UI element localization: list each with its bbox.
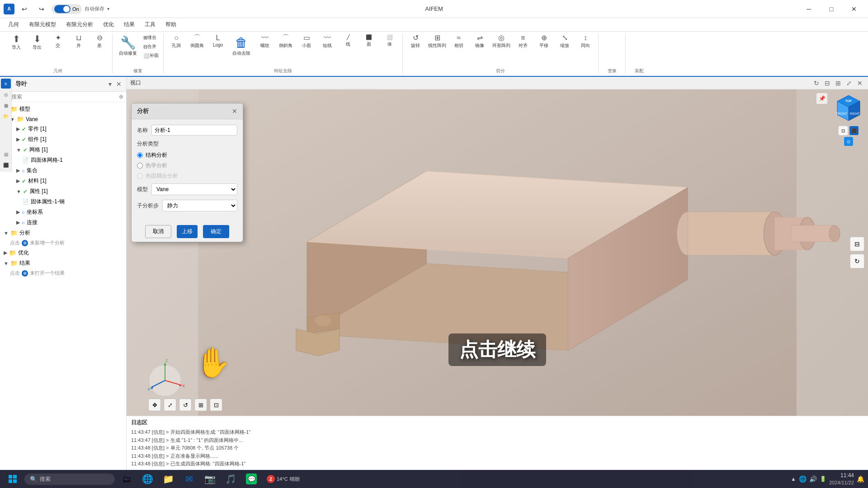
substep-select[interactable]: 静力 动力 模态 <box>162 200 237 211</box>
add-analysis-btn[interactable]: ⊕ <box>22 240 28 246</box>
auto-remove-button[interactable]: 🗑 自动去除 <box>229 33 254 58</box>
linear-array-button[interactable]: ⊞ 线性阵列 <box>426 33 448 50</box>
menu-geometry[interactable]: 几何 <box>4 19 24 30</box>
menu-fem-analysis[interactable]: 有限元分析 <box>61 19 98 30</box>
tree-item-materials[interactable]: ▶ ✔ 材料 [1] <box>0 176 126 186</box>
undo-button[interactable]: ↩ <box>17 2 32 16</box>
sidebar-icon-4[interactable]: 📁 <box>1 111 11 121</box>
tree-item-collection[interactable]: ▶ ○ 集合 <box>0 165 126 176</box>
hole-button[interactable]: ○ 孔洞 <box>166 33 186 50</box>
small-face-button[interactable]: ▭ 小面 <box>297 33 316 50</box>
diff-button[interactable]: ⊖ 差 <box>90 33 109 50</box>
add-result-row[interactable]: 点击 ⊕ 来打开一个结果 <box>0 268 126 278</box>
logo-button[interactable]: L Logo <box>208 33 228 48</box>
fillet-button[interactable]: ⌒ 倒圆角 <box>187 33 207 50</box>
sidebar-icon-6[interactable]: ⬛ <box>1 160 11 170</box>
tree-item-properties[interactable]: ▼ ✔ 属性 [1] <box>0 186 126 197</box>
tree-item-solid-prop[interactable]: 📄 固体属性-1-钢 <box>0 197 126 207</box>
taskbar-search[interactable]: 🔍 搜索 <box>24 474 115 485</box>
middle-button[interactable]: 上移 <box>177 225 198 238</box>
tree-item-parts[interactable]: ▶ ✔ 零件 [1] <box>0 124 126 134</box>
face-button[interactable]: ⬛ 面 <box>359 33 379 48</box>
translate-button[interactable]: ⊕ 平移 <box>534 33 554 50</box>
body-button[interactable]: ⬜ 体 <box>380 33 400 48</box>
viewport-close-btn[interactable]: ✕ <box>855 79 864 88</box>
add-analysis-row[interactable]: 点击 ⊕ 来新增一个分析 <box>0 238 126 248</box>
sidebar-icon-2[interactable]: ◎ <box>1 89 11 99</box>
auto-save-toggle[interactable]: On <box>52 4 82 14</box>
close-button[interactable]: ✕ <box>844 2 864 16</box>
chamfer-button[interactable]: ⌒ 倒斜角 <box>276 33 296 50</box>
redo-button[interactable]: ↪ <box>34 2 49 16</box>
menu-tools[interactable]: 工具 <box>140 19 160 30</box>
maximize-button[interactable]: □ <box>821 2 842 16</box>
taskbar-app-edge[interactable]: 🌐 <box>138 471 156 487</box>
viewport-3d[interactable]: Z X Y ✥ ⤢ ↺ ⊞ ⊡ <box>127 89 868 416</box>
notifications-icon[interactable]: 🔔 <box>857 475 864 483</box>
viewport-split-v-btn[interactable]: ⊟ <box>823 79 832 88</box>
tree-item-model[interactable]: ▼ 📁 模型 <box>0 104 126 114</box>
tray-expand-icon[interactable]: ▲ <box>791 476 796 482</box>
auto-repair-button[interactable]: 🔧 自动修复 <box>115 33 141 58</box>
tree-item-coord[interactable]: ▶ ○ 坐标系 <box>0 207 126 217</box>
taskbar-app-mail[interactable]: ✉ <box>180 471 198 487</box>
search-input[interactable] <box>11 94 117 100</box>
tree-item-tet-mesh[interactable]: 📄 四面体网格-1 <box>0 155 126 165</box>
start-button[interactable] <box>4 471 22 487</box>
tree-item-connection[interactable]: ▶ ○ 连接 <box>0 217 126 228</box>
radio-structural-input[interactable] <box>137 152 143 158</box>
line-button[interactable]: ╱ 线 <box>338 33 358 48</box>
sidebar-icon-5[interactable]: ▤ <box>1 149 11 159</box>
sidebar-icon-3[interactable]: ▦ <box>1 100 11 110</box>
import-button[interactable]: ⬆ 导入 <box>6 33 26 52</box>
panel-close-btn[interactable]: ✕ <box>115 80 123 89</box>
tree-item-vane[interactable]: ▼ 📁 Vane <box>0 114 126 124</box>
confirm-button[interactable]: 确定 <box>203 225 229 238</box>
taskbar-app-explorer[interactable]: 🗂 <box>118 471 136 487</box>
tree-item-optimization[interactable]: ▶ 📁 优化 <box>0 248 126 258</box>
intersect-button[interactable]: ✦ 交 <box>48 33 68 50</box>
search-options-icon[interactable]: ⊕ <box>119 94 123 100</box>
taskbar-app-music[interactable]: 🎵 <box>222 471 240 487</box>
radio-thermal-input[interactable] <box>137 163 143 169</box>
volume-icon[interactable]: 🔊 <box>809 475 817 483</box>
model-select[interactable]: Vane <box>151 183 237 195</box>
dialog-close-btn[interactable]: ✕ <box>232 108 237 115</box>
circular-array-button[interactable]: ◎ 环形阵列 <box>491 33 512 50</box>
tree-item-mesh[interactable]: ▼ ✔ 网格 [1] <box>0 145 126 155</box>
merge-button[interactable]: ⊟ 合并 <box>142 42 160 51</box>
union-button[interactable]: ⊔ 并 <box>69 33 89 50</box>
weather-badge[interactable]: 2 <box>267 475 275 483</box>
viewport-refresh-btn[interactable]: ↻ <box>812 79 821 88</box>
stitch-button[interactable]: ⊞ 缝合 <box>142 33 160 42</box>
align-button[interactable]: ≡ 对齐 <box>513 33 533 50</box>
sidebar-active-icon[interactable]: ≡ <box>1 79 11 89</box>
export-button[interactable]: ⬇ 导出 <box>27 33 47 52</box>
clock[interactable]: 11:44 2024/11/22 <box>829 472 854 486</box>
name-input[interactable] <box>151 125 237 136</box>
menu-fem-model[interactable]: 有限元模型 <box>24 19 61 30</box>
taskbar-app-files[interactable]: 📁 <box>159 471 177 487</box>
tree-item-results[interactable]: ▼ 📁 结果 <box>0 258 126 268</box>
thread-button[interactable]: 〰 螺纹 <box>255 33 275 50</box>
same-dir-button[interactable]: ↕ 同向 <box>576 33 595 50</box>
patch-button[interactable]: ⬜ 补面 <box>142 52 160 60</box>
viewport-split-h-btn[interactable]: ⊞ <box>834 79 843 88</box>
short-edge-button[interactable]: 〰 短线 <box>317 33 337 50</box>
menu-optimize[interactable]: 优化 <box>99 19 118 30</box>
viewport-expand-btn[interactable]: ⤢ <box>844 79 854 88</box>
tangent-button[interactable]: ≈ 相切 <box>449 33 469 50</box>
auto-save-chevron[interactable]: ▾ <box>107 6 109 11</box>
panel-expand-btn[interactable]: ▾ <box>108 80 113 89</box>
tree-item-analysis[interactable]: ▼ 📁 分析 <box>0 228 126 238</box>
network-icon[interactable]: 🌐 <box>799 475 807 483</box>
add-result-btn[interactable]: ⊕ <box>22 270 28 277</box>
menu-help[interactable]: 帮助 <box>161 19 181 30</box>
menu-results[interactable]: 结果 <box>119 19 139 30</box>
mirror-button[interactable]: ⇌ 镜像 <box>470 33 490 50</box>
tree-item-components[interactable]: ▶ ✔ 组件 [1] <box>0 134 126 145</box>
taskbar-app-camera[interactable]: 📷 <box>201 471 219 487</box>
taskbar-app-wechat[interactable]: 💬 <box>242 471 260 487</box>
cancel-button[interactable]: 取消 <box>145 225 171 238</box>
minimize-button[interactable]: ─ <box>798 2 819 16</box>
